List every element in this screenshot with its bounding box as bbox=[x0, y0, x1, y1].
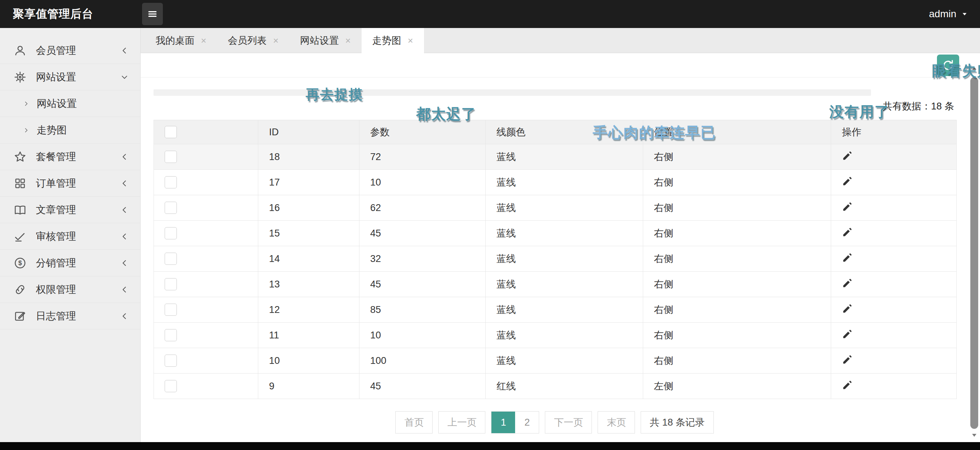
scroll-down-icon[interactable] bbox=[970, 431, 978, 439]
tab-site-settings[interactable]: 网站设置 × bbox=[289, 28, 361, 53]
cell-line-color: 蓝线 bbox=[486, 322, 643, 348]
user-menu[interactable]: admin bbox=[929, 0, 969, 28]
close-icon[interactable]: × bbox=[345, 35, 350, 46]
row-checkbox[interactable] bbox=[165, 202, 177, 214]
table-row: 9 45 红线 左侧 bbox=[154, 373, 957, 399]
cell-param: 45 bbox=[360, 373, 486, 399]
cell-position: 右侧 bbox=[643, 272, 831, 297]
tab-trend-chart[interactable]: 走势图 × bbox=[361, 28, 424, 53]
chevron-left-icon bbox=[119, 284, 129, 295]
sidebar-item-order-management[interactable]: 订单管理 bbox=[0, 170, 140, 197]
sidebar-item-site-settings[interactable]: 网站设置 bbox=[0, 91, 140, 117]
data-table: ID 参数 线颜色 位置 操作 18 72 蓝线 右侧 17 10 蓝线 右侧 bbox=[154, 120, 957, 399]
sidebar-item-log-management[interactable]: 日志管理 bbox=[0, 303, 140, 329]
audit-icon bbox=[14, 230, 27, 243]
top-header: 聚享值管理后台 admin bbox=[0, 0, 980, 28]
sidebar-item-label: 权限管理 bbox=[36, 276, 76, 303]
close-icon[interactable]: × bbox=[201, 35, 206, 46]
pagination: 首页 上一页 1 2 下一页 末页 共 18 条记录 bbox=[141, 411, 969, 434]
last-page-button[interactable]: 末页 bbox=[598, 411, 635, 434]
chevron-left-icon bbox=[119, 258, 129, 268]
username: admin bbox=[929, 8, 956, 20]
cell-id: 13 bbox=[258, 272, 360, 297]
refresh-button[interactable] bbox=[937, 54, 959, 76]
sidebar-item-package-management[interactable]: 套餐管理 bbox=[0, 144, 140, 170]
page-number-button[interactable]: 2 bbox=[515, 412, 539, 433]
table-body: 18 72 蓝线 右侧 17 10 蓝线 右侧 16 62 蓝线 右侧 bbox=[154, 144, 957, 399]
cell-param: 10 bbox=[360, 170, 486, 195]
caret-down-icon bbox=[960, 10, 969, 19]
tab-label: 会员列表 bbox=[228, 34, 267, 47]
app-title: 聚享值管理后台 bbox=[13, 0, 93, 28]
edit-icon[interactable] bbox=[842, 201, 853, 212]
header-position: 位置 bbox=[643, 120, 831, 144]
cell-position: 右侧 bbox=[643, 348, 831, 373]
edit-icon[interactable] bbox=[842, 278, 853, 289]
cell-id: 12 bbox=[258, 297, 360, 322]
cell-checkbox bbox=[154, 373, 258, 399]
cell-id: 9 bbox=[258, 373, 360, 399]
edit-icon[interactable] bbox=[842, 227, 853, 238]
table-row: 15 45 蓝线 右侧 bbox=[154, 221, 957, 246]
row-checkbox[interactable] bbox=[165, 380, 177, 392]
select-all-checkbox[interactable] bbox=[165, 126, 177, 138]
edit-icon[interactable] bbox=[842, 150, 853, 161]
row-checkbox[interactable] bbox=[165, 227, 177, 239]
cell-checkbox bbox=[154, 348, 258, 373]
toolbar-strip bbox=[154, 89, 871, 96]
cell-param: 100 bbox=[360, 348, 486, 373]
first-page-button[interactable]: 首页 bbox=[395, 411, 433, 434]
header-checkbox-cell bbox=[154, 120, 258, 144]
close-icon[interactable]: × bbox=[273, 35, 278, 46]
cell-checkbox bbox=[154, 322, 258, 348]
sidebar-item-label: 套餐管理 bbox=[36, 144, 76, 170]
edit-icon[interactable] bbox=[842, 176, 853, 187]
sidebar-item-article-management[interactable]: 文章管理 bbox=[0, 197, 140, 223]
cell-param: 62 bbox=[360, 195, 486, 221]
cell-actions bbox=[831, 297, 957, 322]
cell-line-color: 蓝线 bbox=[486, 297, 643, 322]
chevron-left-icon bbox=[119, 152, 129, 162]
row-checkbox[interactable] bbox=[165, 354, 177, 367]
sidebar-item-site-settings-group[interactable]: 网站设置 bbox=[0, 64, 140, 91]
row-checkbox[interactable] bbox=[165, 329, 177, 341]
gear-icon bbox=[14, 71, 27, 84]
sidebar-toggle-button[interactable] bbox=[142, 3, 163, 25]
sidebar-item-member-management[interactable]: 会员管理 bbox=[0, 37, 140, 64]
cell-id: 10 bbox=[258, 348, 360, 373]
table-row: 11 10 蓝线 右侧 bbox=[154, 322, 957, 348]
next-page-button[interactable]: 下一页 bbox=[545, 411, 592, 434]
prev-page-button[interactable]: 上一页 bbox=[438, 411, 485, 434]
tab-label: 走势图 bbox=[372, 34, 401, 47]
row-checkbox[interactable] bbox=[165, 303, 177, 316]
header-line-color: 线颜色 bbox=[486, 120, 643, 144]
chevron-right-icon bbox=[22, 100, 30, 108]
scroll-up-icon[interactable] bbox=[970, 65, 978, 73]
table-row: 14 32 蓝线 右侧 bbox=[154, 246, 957, 272]
edit-icon[interactable] bbox=[842, 329, 853, 340]
chevron-down-icon bbox=[119, 72, 129, 82]
tab-label: 网站设置 bbox=[300, 34, 339, 47]
scrollbar-thumb[interactable] bbox=[970, 77, 978, 429]
page-number-button[interactable]: 1 bbox=[492, 412, 515, 433]
sidebar-item-label: 订单管理 bbox=[36, 170, 76, 196]
content-divider bbox=[141, 77, 969, 78]
tab-my-desktop[interactable]: 我的桌面 × bbox=[145, 28, 217, 53]
close-icon[interactable]: × bbox=[408, 35, 413, 46]
sidebar-item-label: 会员管理 bbox=[36, 37, 76, 64]
sidebar-item-permission-management[interactable]: 权限管理 bbox=[0, 276, 140, 303]
row-checkbox[interactable] bbox=[165, 253, 177, 265]
cell-param: 85 bbox=[360, 297, 486, 322]
sidebar-item-trend-chart[interactable]: 走势图 bbox=[0, 117, 140, 144]
row-checkbox[interactable] bbox=[165, 151, 177, 163]
row-checkbox[interactable] bbox=[165, 278, 177, 290]
edit-icon[interactable] bbox=[842, 303, 853, 314]
tab-member-list[interactable]: 会员列表 × bbox=[217, 28, 289, 53]
sidebar-item-audit-management[interactable]: 审核管理 bbox=[0, 223, 140, 250]
edit-icon[interactable] bbox=[842, 380, 853, 391]
edit-icon[interactable] bbox=[842, 252, 853, 263]
row-checkbox[interactable] bbox=[165, 176, 177, 188]
edit-icon[interactable] bbox=[842, 354, 853, 365]
sidebar-item-distribution-management[interactable]: $ 分销管理 bbox=[0, 250, 140, 276]
chevron-left-icon bbox=[119, 178, 129, 188]
